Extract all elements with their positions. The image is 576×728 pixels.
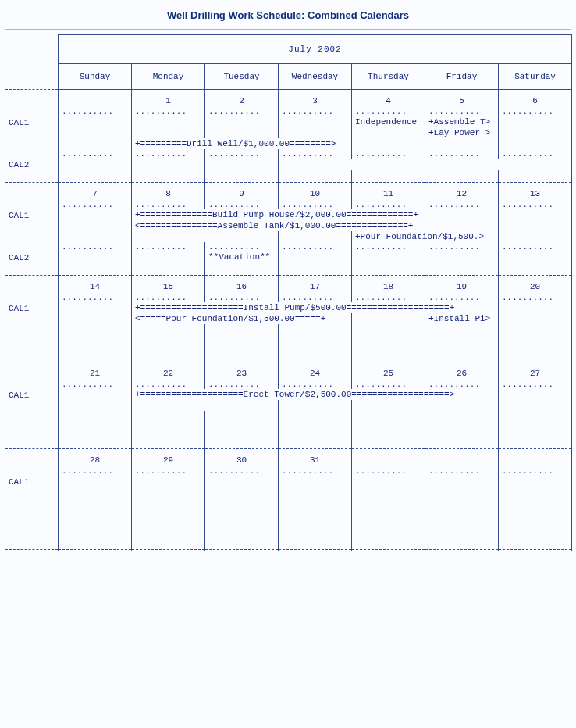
day-number: 4 <box>352 90 425 108</box>
day-number: 26 <box>425 362 499 380</box>
event-cell: +====================Install Pump/$500.0… <box>132 302 499 313</box>
event-cell: +Pour Foundation/$1,500.> <box>352 231 499 242</box>
page-title: Well Drilling Work Schedule: Combined Ca… <box>5 5 571 29</box>
day-header: Monday <box>132 64 205 90</box>
calendar-label: CAL1 <box>5 476 59 487</box>
calendar-label: CAL2 <box>5 159 59 170</box>
day-number: 31 <box>279 449 352 467</box>
day-number: 20 <box>499 276 572 294</box>
calendar-label: CAL2 <box>5 252 59 262</box>
day-number <box>499 449 572 467</box>
title-divider <box>5 29 571 30</box>
event-cell: +=========Drill Well/$1,000.00========> <box>132 138 352 149</box>
event-cell: +Assemble T> <box>425 116 499 127</box>
day-number: 18 <box>352 276 425 294</box>
event-cell <box>279 252 352 262</box>
day-header: Friday <box>425 64 499 90</box>
day-header: Wednesday <box>279 64 352 90</box>
calendar-label: CAL1 <box>5 209 59 220</box>
day-number: 23 <box>205 362 279 380</box>
day-number <box>425 449 499 467</box>
day-number: 19 <box>425 276 499 294</box>
event-cell <box>132 400 279 411</box>
day-number <box>59 90 132 108</box>
calendar-label: CAL1 <box>5 302 59 313</box>
day-number: 29 <box>132 449 205 467</box>
day-header: Sunday <box>59 64 132 90</box>
day-number <box>352 449 425 467</box>
event-cell <box>132 231 279 242</box>
day-number: 8 <box>132 183 205 201</box>
event-cell: +Install Pi> <box>425 313 499 324</box>
event-cell <box>132 476 205 487</box>
day-header: Saturday <box>499 64 572 90</box>
day-number: 6 <box>499 90 572 108</box>
month-header: July 2002 <box>59 35 572 64</box>
day-header: Tuesday <box>205 64 279 90</box>
day-number: 12 <box>425 183 499 201</box>
day-number: 10 <box>279 183 352 201</box>
day-number: 5 <box>425 90 499 108</box>
calendar-table: July 2002SundayMondayTuesdayWednesdayThu… <box>5 34 572 551</box>
day-number: 11 <box>352 183 425 201</box>
day-number: 28 <box>59 449 132 467</box>
day-number: 21 <box>59 362 132 380</box>
day-number: 3 <box>279 90 352 108</box>
event-cell <box>425 138 499 149</box>
day-number: 17 <box>279 276 352 294</box>
day-number: 22 <box>132 362 205 380</box>
day-number: 25 <box>352 362 425 380</box>
event-cell: +Lay Power > <box>425 127 499 138</box>
event-cell: +====================Erect Tower/$2,500.… <box>132 389 499 400</box>
day-number: 24 <box>279 362 352 380</box>
event-cell: Independence <box>352 116 425 127</box>
day-number: 13 <box>499 183 572 201</box>
event-cell: <===============Assemble Tank/$1,000.00=… <box>132 220 425 231</box>
calendar-label: CAL1 <box>5 389 59 400</box>
calendar-label: CAL1 <box>5 116 59 127</box>
event-cell: <=====Pour Foundation/$1,500.00=====+ <box>132 313 352 324</box>
day-number: 27 <box>499 362 572 380</box>
day-number: 2 <box>205 90 279 108</box>
event-cell: +==============Build Pump House/$2,000.0… <box>132 209 425 220</box>
day-number: 1 <box>132 90 205 108</box>
day-number: 7 <box>59 183 132 201</box>
day-number: 14 <box>59 276 132 294</box>
day-header: Thursday <box>352 64 425 90</box>
event-cell <box>132 252 205 262</box>
day-number: 16 <box>205 276 279 294</box>
day-number: 30 <box>205 449 279 467</box>
day-number: 9 <box>205 183 279 201</box>
day-number: 15 <box>132 276 205 294</box>
event-cell: **Vacation** <box>205 252 279 262</box>
